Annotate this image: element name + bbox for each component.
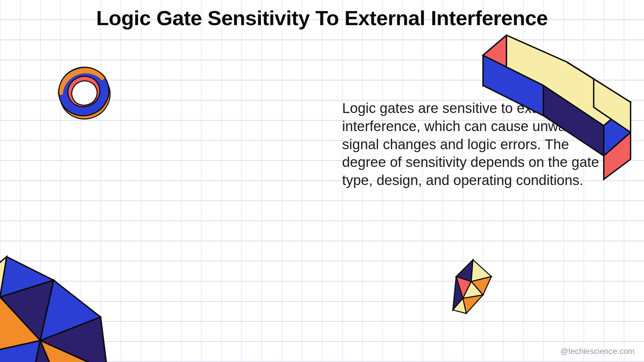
attribution-text: @techiescience.com (560, 347, 635, 356)
ring-shape-icon (54, 61, 114, 123)
bent-prism-icon (473, 18, 644, 187)
crystal-gem-icon (446, 258, 500, 320)
geodesic-dome-icon (0, 237, 154, 362)
